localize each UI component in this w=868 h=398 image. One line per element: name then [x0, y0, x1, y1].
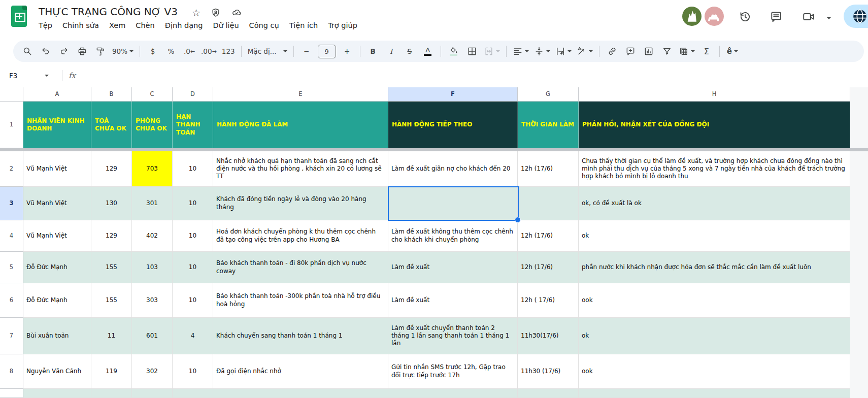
column-header-F[interactable]: F [388, 87, 518, 102]
cell-B3[interactable]: 130 [91, 187, 132, 220]
format-currency-button[interactable]: $ [145, 44, 161, 58]
star-icon[interactable]: ☆ [192, 7, 201, 18]
row-header-7[interactable]: 7 [0, 318, 23, 354]
cell-D6[interactable]: 10 [173, 283, 213, 318]
column-header-B[interactable]: B [91, 87, 132, 102]
cell-A4[interactable]: Vũ Mạnh Việt [23, 220, 91, 252]
cell-C3[interactable]: 301 [132, 187, 173, 220]
menu-insert[interactable]: Chèn [130, 19, 159, 31]
cell-H2[interactable]: Chưa thấy thời gian cụ thể làm đề xuất, … [579, 151, 850, 187]
cell-H8[interactable]: ook [579, 354, 850, 389]
name-box[interactable]: F3 [9, 72, 49, 80]
row-header-8[interactable]: 8 [0, 354, 23, 389]
menu-tools[interactable]: Công cụ [244, 19, 284, 31]
menu-data[interactable]: Dữ liệu [208, 19, 244, 31]
cell-B6[interactable]: 155 [91, 283, 132, 318]
row-header-2[interactable]: 2 [0, 151, 23, 187]
undo-icon[interactable] [38, 44, 54, 58]
collaborator-avatar-wolf[interactable] [682, 7, 702, 26]
redo-icon[interactable] [56, 44, 72, 58]
cell-F7[interactable]: Làm đề xuất chuyển thanh toán 2 tháng 1 … [388, 318, 518, 354]
column-header-C[interactable]: C [132, 87, 173, 102]
menu-extensions[interactable]: Tiện ích [284, 19, 323, 31]
cell-B4[interactable]: 129 [91, 220, 132, 252]
video-call-dropdown-caret[interactable] [827, 17, 831, 19]
cell-C7[interactable]: 601 [132, 318, 173, 354]
cell-C5[interactable]: 103 [132, 252, 173, 283]
decrease-decimal-button[interactable]: .0← [181, 44, 197, 58]
cell-E1[interactable]: HÀNH ĐỘNG ĐÃ LÀM [213, 102, 388, 148]
video-call-icon[interactable] [802, 10, 815, 23]
share-button[interactable] [844, 5, 868, 28]
format-percent-button[interactable]: % [163, 44, 179, 58]
cell-C4[interactable]: 402 [132, 220, 173, 252]
cell-C2[interactable]: 703 [132, 151, 173, 187]
cell-A8[interactable]: Nguyễn Văn Cảnh [23, 354, 91, 389]
cell-G8[interactable]: 11h30 (17/6) [518, 354, 579, 389]
column-header-H[interactable]: H [579, 87, 850, 102]
column-header-D[interactable]: D [173, 87, 213, 102]
search-icon[interactable] [19, 44, 36, 58]
font-size-input[interactable]: 9 [318, 45, 336, 58]
name-box-caret[interactable] [45, 75, 49, 77]
cell-A3[interactable]: Vũ Mạnh Việt [23, 187, 91, 220]
bold-button[interactable]: B [365, 44, 381, 58]
cell-B5[interactable]: 155 [91, 252, 132, 283]
select-all-corner[interactable] [0, 87, 23, 102]
insert-chart-icon[interactable] [641, 44, 657, 58]
decrease-font-size-button[interactable]: − [298, 44, 315, 58]
cell-A6[interactable]: Đỗ Đức Mạnh [23, 283, 91, 318]
cell-E6[interactable]: Báo khách thanh toán -300k phần toà nhà … [213, 283, 388, 318]
fill-color-button[interactable] [446, 44, 462, 58]
cell-D4[interactable]: 10 [173, 220, 213, 252]
cell-A7[interactable]: Bùi xuân toản [23, 318, 91, 354]
cell-C9[interactable] [132, 389, 173, 398]
column-header-G[interactable]: G [518, 87, 579, 102]
cell-E7[interactable]: Khách chuyển sang thanh toán 1 tháng 1 [213, 318, 388, 354]
insert-link-icon[interactable] [604, 44, 620, 58]
cell-C8[interactable]: 302 [132, 354, 173, 389]
cell-G5[interactable]: 12h (17/6) [518, 252, 579, 283]
cell-E3[interactable]: Khách đã đóng tiền ngày lẻ và đòng vào 2… [213, 187, 388, 220]
cell-B8[interactable]: 119 [91, 354, 132, 389]
cell-C6[interactable]: 303 [132, 283, 173, 318]
menu-edit[interactable]: Chỉnh sửa [57, 19, 104, 31]
cell-D5[interactable]: 10 [173, 252, 213, 283]
cell-D2[interactable]: 10 [173, 151, 213, 187]
cell-A2[interactable]: Vũ Mạnh Việt [23, 151, 91, 187]
font-selector[interactable]: Mặc đị... [246, 44, 289, 58]
cell-F4[interactable]: Làm đề xuất không thu thêm cọc chênh cho… [388, 220, 518, 252]
collaborator-avatar-camel[interactable] [705, 7, 724, 26]
cell-D1[interactable]: HẠN THANH TOÁN [173, 102, 213, 148]
cell-D3[interactable]: 10 [173, 187, 213, 220]
merge-cells-button[interactable] [482, 44, 502, 58]
cell-G9[interactable] [518, 389, 579, 398]
cell-G4[interactable]: 12h (17/6) [518, 220, 579, 252]
cell-F1[interactable]: HÀNH ĐỘNG TIẾP THEO [388, 102, 518, 148]
increase-font-size-button[interactable]: + [339, 44, 355, 58]
horizontal-align-button[interactable] [511, 44, 530, 58]
row-header-5[interactable]: 5 [0, 252, 23, 283]
cell-A9[interactable] [23, 389, 91, 398]
menu-view[interactable]: Xem [104, 19, 130, 31]
cell-F6[interactable]: Làm đề xuất [388, 283, 518, 318]
insert-comment-icon[interactable] [622, 44, 639, 58]
cell-D8[interactable]: 10 [173, 354, 213, 389]
cell-E9[interactable] [213, 389, 388, 398]
cell-G6[interactable]: 12h ( 17/6) [518, 283, 579, 318]
row-header-9[interactable] [0, 389, 23, 398]
cell-F3-selected[interactable] [388, 187, 518, 220]
zoom-control[interactable]: 90% [111, 44, 135, 58]
text-rotation-button[interactable] [575, 44, 594, 58]
cell-B7[interactable]: 11 [91, 318, 132, 354]
cell-E5[interactable]: Báo khách thanh toán - đi 80k phần dịch … [213, 252, 388, 283]
cell-E4[interactable]: Hoá đơn khách chuyển phòng k thu thêm cọ… [213, 220, 388, 252]
cell-F9[interactable] [388, 389, 518, 398]
strikethrough-button[interactable]: S [402, 44, 418, 58]
more-formats-button[interactable]: 123 [220, 44, 237, 58]
cell-G2[interactable]: 12h (17/6) [518, 151, 579, 187]
cell-G7[interactable]: 11h30(17/6) [518, 318, 579, 354]
cell-B1[interactable]: TOÀ CHƯA OK [91, 102, 132, 148]
cell-H5[interactable]: phần nước khi khách nhận được hóa đơn sẽ… [579, 252, 850, 283]
cell-G3[interactable] [518, 187, 579, 220]
